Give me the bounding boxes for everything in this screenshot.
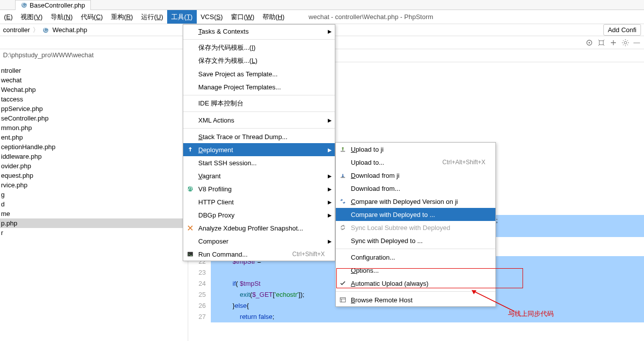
menu-item-label: Sync with Deployed to ... [351, 237, 423, 245]
menu-item[interactable]: Compare with Deployed to ... [336, 208, 495, 221]
menu-item-label: Upload to... [351, 159, 384, 166]
submenu-arrow-icon: ▶ [328, 118, 332, 123]
menu-item[interactable]: Deployment▶ [183, 143, 335, 156]
add-config-button[interactable]: Add Confi [603, 24, 641, 36]
menu-item[interactable]: Vagrant▶ [183, 169, 335, 182]
sidebar-item[interactable]: rvice.php [0, 180, 188, 190]
menu-item[interactable]: Composer▶ [183, 235, 335, 248]
sidebar-item[interactable]: d [0, 199, 188, 209]
sidebar-item[interactable]: r [0, 228, 188, 238]
menu-item[interactable]: Download from ji [336, 169, 495, 182]
sidebar-item[interactable]: iddleware.php [0, 152, 188, 161]
menu-item-label: Stack Trace or Thread Dump... [198, 133, 288, 141]
menu-item-label: Compare with Deployed to ... [351, 211, 435, 218]
menubar-item[interactable]: 导航(N) [47, 10, 77, 24]
menu-shortcut: Ctrl+Shift+X [292, 251, 325, 258]
menu-item[interactable]: Stack Trace or Thread Dump... [183, 130, 335, 143]
hide-icon[interactable]: — [633, 39, 640, 46]
menu-item-label: Download from... [351, 185, 400, 192]
sidebar-item[interactable]: Wechat.php [0, 85, 188, 94]
project-sidebar: D:\phpstudy_pro\WWW\wechat ntrollerwecha… [0, 49, 188, 341]
menu-item-label: Sync Local Subtree with Deployed [351, 224, 450, 232]
menu-item[interactable]: IDE 脚本控制台 [183, 97, 335, 110]
xdebug-icon [186, 224, 194, 232]
menu-shortcut: Ctrl+Alt+Shift+X [442, 159, 485, 166]
menu-item[interactable]: HTTP Client▶ [183, 195, 335, 208]
svg-text:C: C [22, 2, 26, 8]
menu-item[interactable]: Tasks & Contexts▶ [183, 25, 335, 38]
menubar-item[interactable]: 运行(U) [137, 10, 167, 24]
menu-item[interactable]: 保存文件为模板...(L) [183, 54, 335, 67]
menu-item-label: DBGp Proxy [198, 211, 234, 219]
menu-item[interactable]: Sync with Deployed to ... [336, 234, 495, 247]
svg-rect-14 [341, 151, 345, 152]
menubar-item[interactable]: VCS(S) [197, 10, 227, 24]
menu-item-label: 保存为代码模板...(I) [198, 43, 255, 52]
menu-item[interactable]: Start SSH session... [183, 156, 335, 169]
menubar-item[interactable]: 帮助(H) [259, 10, 289, 24]
menu-item-label: Download from ji [351, 172, 400, 179]
project-root[interactable]: D:\phpstudy_pro\WWW\wechat [0, 49, 188, 61]
menu-item-label: 保存文件为模板...(L) [198, 56, 257, 65]
menu-item-label: Options... [351, 267, 379, 274]
submenu-arrow-icon: ▶ [328, 173, 332, 179]
menu-item[interactable]: Compare with Deployed Version on ji [336, 195, 495, 208]
submenu-arrow-icon: ▶ [328, 212, 332, 218]
gutter: 222324252627 [188, 256, 211, 322]
top-tab-strip: C BaseController.php [0, 0, 644, 10]
sidebar-item[interactable]: equest.php [0, 171, 188, 180]
sidebar-item[interactable]: ent.php [0, 133, 188, 142]
sidebar-item[interactable]: ceptionHandle.php [0, 142, 188, 152]
sidebar-item[interactable]: wechat [0, 75, 188, 85]
menu-item[interactable]: Run Command...Ctrl+Shift+X [183, 248, 335, 261]
menu-item[interactable]: Manage Project Templates... [183, 80, 335, 93]
menu-item[interactable]: Browse Remote Host [336, 293, 495, 306]
menu-item[interactable]: Options... [336, 264, 495, 277]
sidebar-item[interactable]: ntroller [0, 66, 188, 75]
sidebar-item[interactable]: me [0, 209, 188, 218]
menu-item[interactable]: Upload to ji [336, 143, 495, 156]
menu-item[interactable]: Save Project as Template... [183, 67, 335, 80]
svg-rect-15 [341, 177, 345, 178]
menu-item-label: Save Project as Template... [198, 70, 278, 78]
expand-icon[interactable] [597, 39, 605, 47]
menubar-item[interactable]: 窗口(W) [227, 10, 259, 24]
breadcrumb-part[interactable]: Wechat.php [52, 26, 87, 34]
svg-text:V8: V8 [187, 185, 194, 191]
sidebar-item[interactable]: p.php [0, 218, 188, 228]
menu-item[interactable]: Upload to...Ctrl+Alt+Shift+X [336, 156, 495, 169]
menubar-item[interactable]: 代码(C) [77, 10, 107, 24]
sidebar-item[interactable]: ppService.php [0, 104, 188, 113]
top-tab[interactable]: C BaseController.php [15, 0, 91, 10]
gear-icon[interactable] [621, 39, 629, 47]
collapse-icon[interactable] [609, 39, 617, 47]
sidebar-item[interactable]: ovider.php [0, 161, 188, 171]
sidebar-item[interactable]: mmon.php [0, 123, 188, 133]
menu-item[interactable]: DBGp Proxy▶ [183, 208, 335, 221]
menu-item-label: IDE 脚本控制台 [198, 99, 243, 108]
menu-item[interactable]: XML Actions▶ [183, 113, 335, 127]
deploy-icon [186, 146, 194, 154]
menu-item[interactable]: V8V8 Profiling▶ [183, 182, 335, 195]
target-icon[interactable] [585, 39, 593, 47]
menu-item[interactable]: Configuration... [336, 251, 495, 264]
menu-item-label: Vagrant [198, 172, 221, 180]
menubar-item[interactable]: 工具(T) [167, 10, 197, 24]
menu-item[interactable]: 保存为代码模板...(I) [183, 41, 335, 54]
sidebar-item[interactable]: seController.php [0, 113, 188, 123]
submenu-arrow-icon: ▶ [328, 147, 332, 153]
submenu-arrow-icon: ▶ [328, 239, 332, 244]
menu-item[interactable]: Download from... [336, 182, 495, 195]
sidebar-item[interactable]: g [0, 190, 188, 199]
breadcrumb-part[interactable]: controller [3, 26, 30, 34]
menubar-item[interactable]: 重构(R) [107, 10, 137, 24]
svg-rect-16 [340, 298, 346, 302]
sidebar-item[interactable]: taccess [0, 94, 188, 104]
menubar-item[interactable]: (E) [0, 10, 17, 24]
menu-item-label: Compare with Deployed Version on ji [351, 198, 458, 205]
menubar-item[interactable]: 视图(V) [17, 10, 46, 24]
menu-item[interactable]: Analyze Xdebug Profiler Snapshot... [183, 221, 335, 235]
menu-item-label: Analyze Xdebug Profiler Snapshot... [198, 224, 303, 232]
sync-icon [339, 223, 347, 232]
menu-item[interactable]: Automatic Upload (always) [336, 277, 495, 290]
